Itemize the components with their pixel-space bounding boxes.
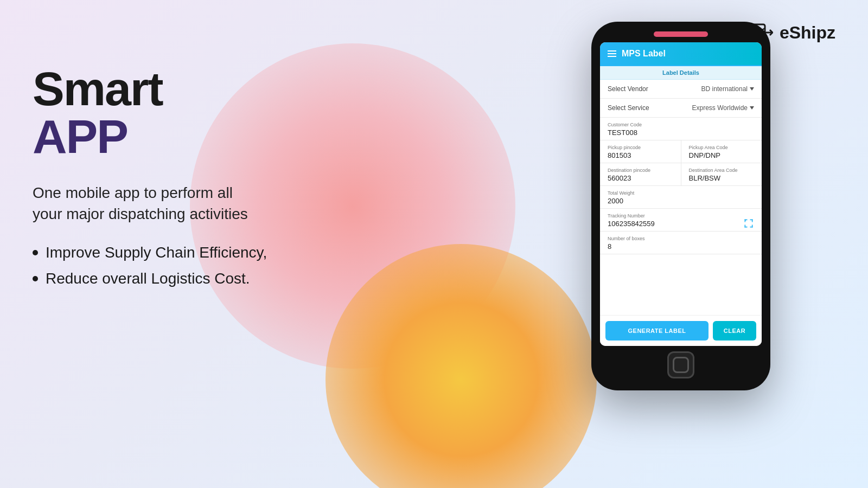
destination-pincode-field[interactable]: Destination pincode 560023	[600, 163, 681, 185]
pickup-pincode-field[interactable]: Pickup pincode 801503	[600, 140, 681, 163]
pickup-area-code-field[interactable]: Pickup Area Code DNP/DNP	[681, 140, 762, 163]
tracking-number-field[interactable]: Tracking Number 106235842559	[600, 209, 762, 232]
select-service-field[interactable]: Select Service Express Worldwide	[600, 99, 762, 118]
total-weight-value: 2000	[608, 197, 754, 205]
select-service-label: Select Service	[608, 104, 649, 112]
destination-pincode-value: 560023	[608, 174, 673, 182]
total-weight-field[interactable]: Total Weight 2000	[600, 186, 762, 209]
phone-action-buttons: GENERATE LABEL CLEAR	[600, 315, 762, 346]
select-vendor-label: Select Vendor	[608, 85, 648, 93]
number-of-boxes-field[interactable]: Number of boxes 8	[600, 232, 762, 254]
svg-rect-5	[745, 219, 746, 222]
destination-area-code-field[interactable]: Destination Area Code BLR/BSW	[681, 163, 762, 185]
svg-rect-7	[752, 219, 753, 222]
select-service-value: Express Worldwide	[692, 104, 754, 112]
topbar-title: MPS Label	[622, 49, 666, 59]
generate-label-button[interactable]: GENERATE LABEL	[605, 321, 709, 341]
phone-home-button[interactable]	[667, 351, 694, 378]
left-content: Smart APP One mobile app to perform ally…	[33, 65, 267, 296]
select-vendor-value: BD international	[701, 85, 754, 93]
tracking-number-label: Tracking Number	[608, 213, 754, 219]
phone-topbar: MPS Label	[600, 42, 762, 65]
bullet-dot-1	[33, 250, 38, 255]
phone-screen: MPS Label Label Details Select Vendor BD…	[600, 42, 762, 346]
bullet-item-1: Improve Supply Chain Efficiency,	[33, 244, 267, 261]
destination-area-code-label: Destination Area Code	[689, 168, 755, 173]
pickup-pincode-value: 801503	[608, 151, 673, 159]
pickup-area-code-value: DNP/DNP	[689, 151, 755, 159]
select-vendor-field[interactable]: Select Vendor BD international	[600, 80, 762, 99]
clear-button[interactable]: CLEAR	[713, 321, 756, 341]
bullet-list: Improve Supply Chain Efficiency, Reduce …	[33, 244, 267, 287]
destination-pincode-label: Destination pincode	[608, 168, 673, 173]
phone-mockup: MPS Label Label Details Select Vendor BD…	[591, 22, 770, 390]
service-dropdown-arrow	[750, 106, 754, 110]
tracking-number-value: 106235842559	[608, 220, 754, 228]
phone-notch	[654, 31, 708, 37]
pickup-area-code-label: Pickup Area Code	[689, 145, 755, 150]
number-of-boxes-value: 8	[608, 242, 754, 251]
headline-app: APP	[33, 113, 267, 160]
svg-rect-11	[752, 224, 753, 227]
pickup-pincode-label: Pickup pincode	[608, 145, 673, 150]
headline-smart: Smart	[33, 65, 267, 113]
vendor-dropdown-arrow	[750, 87, 754, 91]
customer-code-label: Customer Code	[608, 122, 754, 127]
destination-area-code-value: BLR/BSW	[689, 174, 755, 182]
phone-home-button-inner	[673, 357, 689, 373]
customer-code-value: TEST008	[608, 129, 754, 137]
logo-text: eShipz	[780, 23, 835, 43]
scan-icon[interactable]	[743, 218, 754, 229]
phone-body: MPS Label Label Details Select Vendor BD…	[591, 22, 770, 390]
svg-rect-9	[745, 224, 746, 227]
section-header: Label Details	[600, 65, 762, 80]
hamburger-icon[interactable]	[608, 50, 616, 57]
phone-form: Label Details Select Vendor BD internati…	[600, 65, 762, 315]
pickup-row: Pickup pincode 801503 Pickup Area Code D…	[600, 140, 762, 163]
bullet-item-2: Reduce overall Logistics Cost.	[33, 270, 267, 287]
number-of-boxes-label: Number of boxes	[608, 236, 754, 241]
destination-row: Destination pincode 560023 Destination A…	[600, 163, 762, 186]
bullet-dot-2	[33, 276, 38, 281]
total-weight-label: Total Weight	[608, 190, 754, 196]
subtext: One mobile app to perform allyour major …	[33, 182, 267, 224]
customer-code-field[interactable]: Customer Code TEST008	[600, 118, 762, 140]
